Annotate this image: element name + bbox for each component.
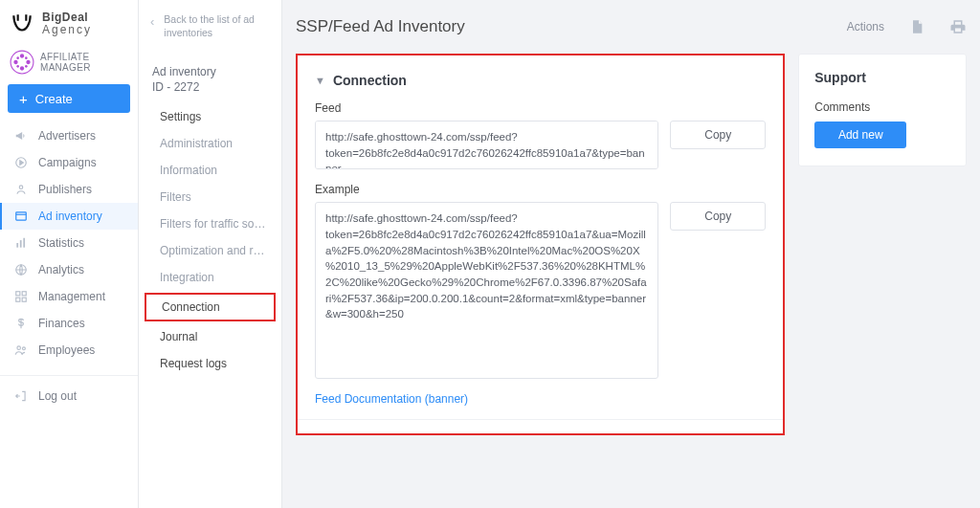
nav-employees[interactable]: Employees: [0, 337, 138, 364]
nav-advertisers[interactable]: Advertisers: [0, 122, 138, 149]
logout-icon: [13, 389, 29, 403]
nav-campaigns[interactable]: Campaigns: [0, 149, 138, 176]
sub-settings[interactable]: Settings: [139, 103, 281, 130]
plus-icon: +: [19, 92, 28, 106]
example-input[interactable]: [315, 202, 658, 379]
brand-logo-icon: [10, 11, 34, 36]
user-role: AFFILIATE MANAGER: [40, 52, 128, 73]
user-row: AFFILIATE MANAGER: [0, 50, 138, 84]
support-comments-label: Comments: [814, 100, 950, 114]
sub-integration[interactable]: Integration: [139, 264, 281, 291]
svg-rect-16: [16, 292, 20, 296]
sub-administration[interactable]: Administration: [139, 130, 281, 157]
main: SSP/Feed Ad Inventory Actions ▼ Connecti…: [282, 0, 980, 508]
nav-statistics[interactable]: Statistics: [0, 230, 138, 256]
copy-example-button[interactable]: Copy: [670, 202, 766, 231]
user-icon: [13, 183, 29, 196]
nav-ad-inventory[interactable]: Ad inventory: [0, 203, 138, 230]
feed-input[interactable]: [315, 121, 658, 169]
nav-analytics[interactable]: Analytics: [0, 256, 138, 283]
support-card: Support Comments Add new: [798, 54, 967, 166]
sub-filters[interactable]: Filters: [139, 184, 281, 210]
example-row: Copy: [315, 202, 766, 379]
svg-point-8: [25, 65, 28, 68]
nav-finances[interactable]: Finances: [0, 310, 138, 337]
example-label: Example: [315, 183, 766, 196]
nav: Advertisers Campaigns Publishers Ad inve…: [0, 122, 138, 409]
feed-label: Feed: [315, 101, 766, 115]
sub-information[interactable]: Information: [139, 157, 281, 184]
svg-rect-13: [20, 240, 22, 248]
create-button[interactable]: + Create: [8, 84, 130, 113]
sub-journal[interactable]: Journal: [139, 323, 281, 350]
support-title: Support: [814, 70, 950, 85]
separator: [298, 419, 783, 420]
nav-label: Advertisers: [38, 129, 96, 143]
caret-down-icon: ▼: [315, 75, 325, 86]
nav-label: Log out: [38, 389, 77, 403]
print-icon[interactable]: [949, 18, 967, 35]
add-new-button[interactable]: Add new: [814, 121, 906, 148]
svg-rect-17: [22, 292, 26, 296]
megaphone-icon: [13, 129, 29, 143]
page-title: SSP/Feed Ad Inventory: [296, 17, 465, 36]
bar-chart-icon: [13, 236, 29, 250]
svg-rect-19: [22, 298, 26, 301]
header-actions: Actions: [847, 18, 967, 35]
nav-logout[interactable]: Log out: [0, 375, 138, 409]
feed-doc-link[interactable]: Feed Documentation (banner): [315, 392, 766, 406]
dollar-icon: [13, 317, 29, 330]
body-row: ▼ Connection Feed Copy Example Copy Feed…: [296, 54, 967, 435]
back-link[interactable]: ‹ Back to the list of ad inventories: [139, 0, 281, 53]
svg-point-10: [19, 186, 23, 189]
nav-publishers[interactable]: Publishers: [0, 176, 138, 203]
file-icon[interactable]: [909, 18, 924, 35]
adinv-header: Ad inventory ID - 2272: [139, 53, 281, 102]
nav-label: Campaigns: [38, 156, 97, 169]
copy-feed-button[interactable]: Copy: [670, 121, 766, 149]
globe-icon: [13, 263, 29, 276]
svg-point-5: [16, 56, 19, 59]
sub-filters-traffic[interactable]: Filters for traffic sour…: [139, 210, 281, 237]
section-title-row[interactable]: ▼ Connection: [315, 73, 766, 88]
actions-label[interactable]: Actions: [847, 20, 884, 33]
people-icon: [13, 343, 29, 357]
sidebar: BigDeal Agency AFFILIATE MANAGER + Creat…: [0, 0, 139, 508]
sub-optimization[interactable]: Optimization and rules: [139, 237, 281, 264]
svg-point-6: [25, 56, 28, 59]
nav-label: Publishers: [38, 183, 92, 196]
brand: BigDeal Agency: [0, 0, 138, 50]
header: SSP/Feed Ad Inventory Actions: [296, 0, 967, 54]
brand-text: BigDeal Agency: [42, 11, 92, 35]
sub-connection[interactable]: Connection: [145, 293, 276, 321]
nav-label: Management: [38, 290, 105, 303]
svg-point-2: [13, 60, 17, 64]
svg-point-20: [17, 346, 21, 350]
grid-icon: [13, 290, 29, 303]
secondary-sidebar: ‹ Back to the list of ad inventories Ad …: [139, 0, 282, 508]
nav-management[interactable]: Management: [0, 283, 138, 310]
create-label: Create: [35, 92, 73, 106]
brand-line2: Agency: [42, 24, 92, 36]
nav-label: Ad inventory: [38, 210, 102, 223]
connection-card: ▼ Connection Feed Copy Example Copy Feed…: [296, 54, 785, 435]
svg-rect-12: [16, 243, 18, 248]
svg-rect-14: [23, 238, 25, 248]
svg-rect-18: [16, 298, 20, 301]
nav-label: Analytics: [38, 263, 84, 276]
adinv-id: ID - 2272: [152, 79, 268, 95]
nav-label: Employees: [38, 343, 95, 357]
svg-rect-11: [16, 212, 27, 220]
svg-point-21: [22, 347, 25, 350]
window-icon: [13, 210, 29, 223]
nav-label: Statistics: [38, 236, 84, 250]
feed-row: Copy: [315, 121, 766, 169]
svg-point-3: [26, 60, 30, 64]
sub-request-logs[interactable]: Request logs: [139, 350, 281, 377]
back-text: Back to the list of ad inventories: [164, 13, 270, 39]
chevron-left-icon: ‹: [150, 14, 154, 31]
subnav: Settings Administration Information Filt…: [139, 103, 281, 377]
nav-label: Finances: [38, 317, 85, 330]
section-title: Connection: [333, 73, 407, 88]
user-avatar-icon: [10, 50, 34, 75]
